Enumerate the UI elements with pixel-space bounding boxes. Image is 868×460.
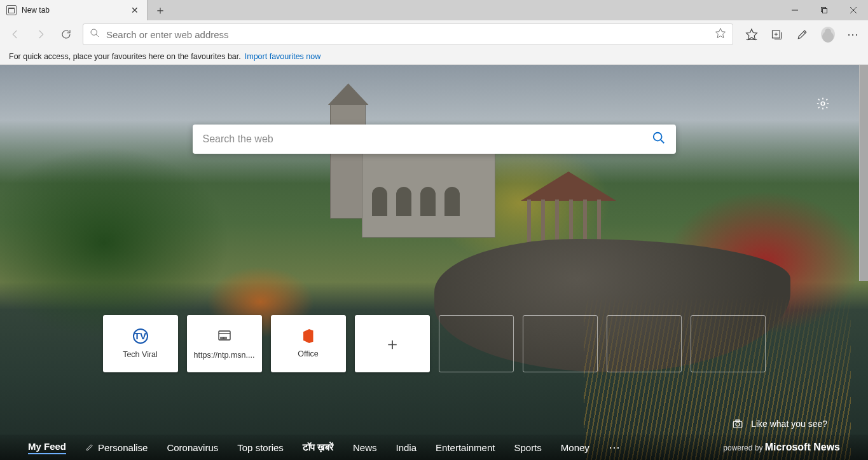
favourites-icon[interactable] bbox=[745, 27, 759, 41]
more-menu-icon[interactable]: ⋯ bbox=[846, 27, 860, 41]
favourite-star-icon[interactable] bbox=[715, 27, 726, 41]
hero-search-input[interactable] bbox=[203, 133, 652, 145]
tile-empty[interactable] bbox=[439, 315, 514, 372]
tile-tech-viral[interactable]: TV Tech Viral bbox=[103, 315, 178, 372]
tile-empty[interactable] bbox=[607, 315, 682, 372]
svg-marker-8 bbox=[747, 29, 757, 40]
office-icon bbox=[303, 329, 313, 343]
tile-label: https://ntp.msn.... bbox=[194, 351, 255, 360]
favourites-hint-bar: For quick access, place your favourites … bbox=[0, 48, 868, 65]
tile-label: Office bbox=[298, 349, 318, 358]
tile-ntp-msn[interactable]: https://ntp.msn.... bbox=[187, 315, 262, 372]
tile-office[interactable]: Office bbox=[271, 315, 346, 372]
vertical-scrollbar[interactable] bbox=[859, 65, 868, 281]
tile-label: Tech Viral bbox=[123, 350, 158, 359]
feed-tab-my-feed[interactable]: My Feed bbox=[28, 441, 66, 454]
feed-tab-news[interactable]: News bbox=[353, 442, 377, 453]
close-tab-icon[interactable]: ✕ bbox=[129, 4, 141, 16]
new-tab-button[interactable]: ＋ bbox=[148, 0, 173, 20]
svg-point-5 bbox=[91, 29, 97, 35]
new-tab-page: TV Tech Viral https://ntp.msn.... Office… bbox=[0, 65, 868, 460]
svg-rect-20 bbox=[221, 337, 223, 339]
hero-search-bar[interactable] bbox=[193, 125, 676, 154]
tile-add[interactable]: ＋ bbox=[355, 315, 430, 372]
collections-icon[interactable] bbox=[770, 27, 784, 41]
svg-line-17 bbox=[660, 140, 664, 144]
tab-favicon bbox=[6, 5, 17, 15]
address-input[interactable] bbox=[106, 29, 708, 40]
feed-tab-coronavirus[interactable]: Coronavirus bbox=[167, 442, 218, 453]
forward-button[interactable] bbox=[32, 25, 50, 43]
feed-tab-top-khabar[interactable]: टॉप ख़बरें bbox=[303, 442, 334, 453]
like-what-you-see[interactable]: Like what you see? bbox=[732, 418, 827, 430]
svg-rect-21 bbox=[224, 337, 226, 339]
search-icon bbox=[90, 28, 100, 41]
tile-empty[interactable] bbox=[523, 315, 598, 372]
close-window-button[interactable] bbox=[839, 0, 868, 20]
window-controls bbox=[780, 0, 868, 20]
plus-icon: ＋ bbox=[384, 335, 401, 352]
browser-tab[interactable]: New tab ✕ bbox=[0, 0, 148, 20]
address-bar[interactable] bbox=[83, 24, 733, 45]
feed-tab-label: Personalise bbox=[98, 442, 148, 453]
powered-prefix: powered by bbox=[723, 443, 762, 452]
notes-icon[interactable] bbox=[796, 27, 809, 41]
background-pavilion bbox=[521, 172, 616, 248]
toolbar: ⋯ bbox=[0, 20, 868, 48]
refresh-button[interactable] bbox=[57, 25, 75, 43]
feed-tab-more-icon[interactable]: ⋯ bbox=[609, 440, 621, 454]
tile-empty[interactable] bbox=[691, 315, 766, 372]
feed-tab-sports[interactable]: Sports bbox=[514, 442, 541, 453]
svg-point-23 bbox=[736, 423, 740, 426]
svg-line-6 bbox=[96, 34, 99, 37]
minimize-button[interactable] bbox=[780, 0, 809, 20]
titlebar: New tab ✕ ＋ bbox=[0, 0, 868, 20]
feed-tab-india[interactable]: India bbox=[396, 442, 417, 453]
back-button[interactable] bbox=[6, 25, 24, 43]
tv-icon: TV bbox=[133, 328, 148, 344]
pencil-icon bbox=[85, 443, 94, 452]
powered-brand: Microsoft News bbox=[765, 442, 840, 452]
feed-tab-personalise[interactable]: Personalise bbox=[85, 442, 148, 453]
feed-nav: My Feed Personalise Coronavirus Top stor… bbox=[0, 435, 868, 460]
feed-tab-money[interactable]: Money bbox=[561, 442, 589, 453]
camera-icon bbox=[732, 418, 743, 430]
like-text: Like what you see? bbox=[751, 419, 827, 429]
feed-tab-top-stories[interactable]: Top stories bbox=[237, 442, 284, 453]
hero-search-icon[interactable] bbox=[652, 131, 666, 147]
feed-tab-entertainment[interactable]: Entertainment bbox=[436, 442, 495, 453]
page-settings-gear-icon[interactable] bbox=[816, 97, 830, 113]
favourites-hint-text: For quick access, place your favourites … bbox=[9, 52, 241, 61]
profile-avatar[interactable] bbox=[821, 27, 835, 41]
svg-marker-7 bbox=[716, 29, 726, 38]
svg-rect-24 bbox=[736, 420, 740, 421]
svg-point-15 bbox=[821, 102, 825, 105]
page-icon bbox=[216, 328, 233, 344]
svg-point-16 bbox=[653, 133, 661, 141]
tab-title: New tab bbox=[22, 6, 124, 15]
svg-rect-2 bbox=[823, 9, 827, 13]
quick-links-tiles: TV Tech Viral https://ntp.msn.... Office… bbox=[103, 315, 766, 372]
import-favourites-link[interactable]: Import favourites now bbox=[245, 52, 321, 61]
powered-by: powered by Microsoft News bbox=[723, 442, 840, 453]
maximize-button[interactable] bbox=[809, 0, 839, 20]
